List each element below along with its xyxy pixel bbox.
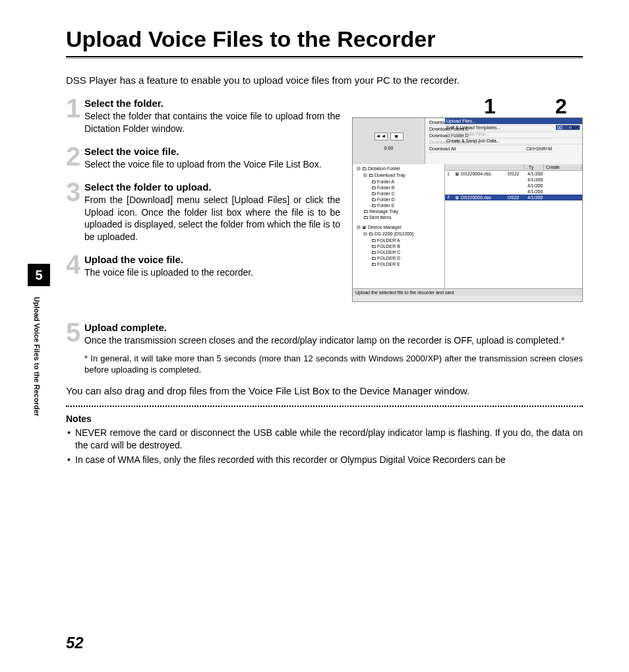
- time-indicator: 0.00: [384, 146, 394, 150]
- menu-item[interactable]: Create & Send Job Data...: [445, 138, 582, 144]
- step-heading: Upload the voice file.: [84, 254, 340, 265]
- step-body: Once the transmission screen closes and …: [84, 334, 583, 347]
- stop-button[interactable]: ■: [390, 133, 404, 140]
- page-title: Upload Voice Files to the Recorder: [66, 26, 583, 52]
- list-row[interactable]: 4/1/200: [445, 189, 582, 195]
- status-bar: Upload the selected file to the recorder…: [353, 288, 582, 296]
- menu-item-upload-files[interactable]: Upload Files...: [445, 118, 582, 125]
- step-number: 3: [66, 179, 80, 205]
- app-screenshot: ◄◄ ■ 0.00 Download Folder B Download Fol…: [352, 117, 583, 302]
- intro-text: DSS Player has a feature to enable you t…: [66, 75, 583, 86]
- dotted-divider: [66, 406, 583, 407]
- list-row-selected[interactable]: 7🗎 DS220006.dssDS224/1/200: [445, 195, 582, 200]
- note-item: In case of WMA files, only the files rec…: [66, 454, 583, 466]
- list-row[interactable]: 4/1/200: [445, 177, 582, 183]
- notes-heading: Notes: [66, 413, 583, 424]
- callout-1: 1: [484, 94, 496, 119]
- callout-2: 2: [555, 94, 567, 119]
- menu-item-disabled: Transfer Date/Time...: [445, 131, 582, 138]
- menu-item[interactable]: Edit & Upload Templates...Ctrl+T: [445, 125, 582, 131]
- step-body: Select the folder that contains the voic…: [84, 110, 340, 135]
- chapter-tab: 5: [28, 264, 50, 286]
- step-3: 3 Select the folder to upload. From the …: [66, 181, 340, 244]
- step-heading: Upload complete.: [84, 322, 583, 333]
- step-number: 4: [66, 251, 80, 278]
- step-1: 1 Select the folder. Select the folder t…: [66, 98, 340, 135]
- step-heading: Select the folder.: [84, 98, 340, 109]
- side-section-label: Upload Voice Files to the Recorder: [33, 297, 41, 416]
- step-heading: Select the voice file.: [84, 146, 340, 157]
- step-4: 4 Upload the voice file. The voice file …: [66, 254, 340, 279]
- footnote: * In general, it will take more than 5 s…: [84, 353, 583, 376]
- playback-panel: ◄◄ ■ 0.00: [353, 118, 425, 164]
- step-5: 5 Upload complete. Once the transmission…: [66, 322, 583, 347]
- folder-tree[interactable]: ⊟ 🗀 Dictation Folder ⊟ 🗀 Download Tray 🗀…: [353, 164, 445, 288]
- step-2: 2 Select the voice file. Select the voic…: [66, 146, 340, 171]
- step-number: 1: [66, 95, 80, 121]
- step-body: The voice file is uploaded to the record…: [84, 266, 340, 279]
- step-number: 2: [66, 143, 80, 169]
- file-list[interactable]: Upload Files... Edit & Upload Templates.…: [445, 164, 582, 288]
- list-row[interactable]: 1🗎 DS220004.dssDS224/1/200: [445, 171, 582, 177]
- note-item: NEVER remove the card or disconnect the …: [66, 427, 583, 452]
- list-header: . Ty Create: [445, 164, 582, 171]
- menu-item[interactable]: Download AllCtrl+Shift+M: [428, 146, 553, 152]
- drag-drop-note: You can also drag and drop files from th…: [66, 385, 583, 396]
- title-rule: [66, 56, 583, 59]
- list-row[interactable]: 4/1/200: [445, 183, 582, 189]
- step-body: From the [Download] menu select [Upload …: [84, 194, 340, 244]
- step-number: 5: [66, 319, 80, 346]
- page-number: 52: [66, 634, 84, 652]
- step-body: Select the voice file to upload from the…: [84, 158, 340, 171]
- rewind-button[interactable]: ◄◄: [374, 133, 388, 140]
- step-heading: Select the folder to upload.: [84, 181, 340, 193]
